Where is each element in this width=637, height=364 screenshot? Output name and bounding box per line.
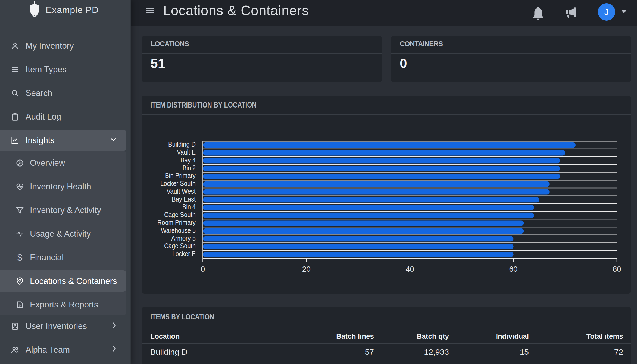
svg-text:Armory 5: Armory 5 xyxy=(171,234,196,242)
svg-text:0: 0 xyxy=(201,265,205,273)
svg-text:Cage South: Cage South xyxy=(164,211,196,219)
svg-text:Bay East: Bay East xyxy=(172,195,196,203)
svg-text:Bin 4: Bin 4 xyxy=(182,203,196,211)
svg-text:Locker E: Locker E xyxy=(172,250,196,258)
svg-text:80: 80 xyxy=(613,265,621,273)
svg-text:Vault West: Vault West xyxy=(167,187,196,195)
svg-text:Locker South: Locker South xyxy=(160,179,196,187)
svg-text:20: 20 xyxy=(302,265,311,273)
svg-text:Bay 4: Bay 4 xyxy=(180,156,196,164)
svg-text:Bin 2: Bin 2 xyxy=(183,164,196,172)
svg-text:Vault E: Vault E xyxy=(177,148,196,156)
svg-text:Room Primary: Room Primary xyxy=(157,218,196,227)
svg-text:Bin Primary: Bin Primary xyxy=(165,171,196,180)
svg-text:Cage South: Cage South xyxy=(164,242,196,250)
svg-text:Building D: Building D xyxy=(168,140,196,148)
svg-text:40: 40 xyxy=(406,265,414,273)
svg-text:Warehouse 5: Warehouse 5 xyxy=(161,226,196,234)
svg-text:60: 60 xyxy=(509,265,518,273)
